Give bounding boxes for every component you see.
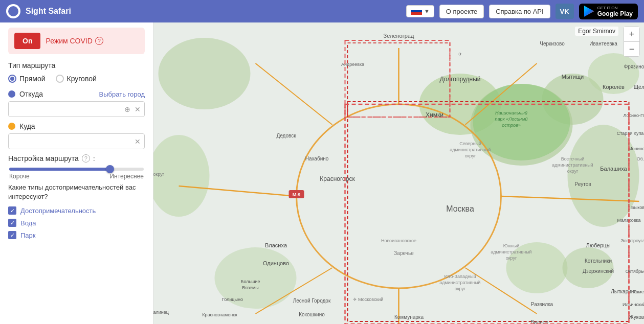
to-input-icons: ✕	[134, 136, 142, 147]
svg-text:Москва: Москва	[446, 204, 474, 213]
google-play-label-bottom: Google Play	[597, 10, 633, 17]
google-play-label-top: GET IT ON	[597, 6, 633, 10]
svg-text:Раменское: Раменское	[633, 289, 644, 294]
svg-text:Новоивановское: Новоивановское	[381, 238, 416, 243]
route-type-title: Тип маршрута	[8, 61, 145, 70]
poi-question: Какие типы достопримечательностей вас ин…	[8, 183, 145, 201]
svg-text:округ: округ	[567, 169, 579, 174]
covid-help-icon[interactable]: ?	[95, 37, 103, 45]
route-direct-radio[interactable]	[8, 75, 16, 83]
svg-text:парк «Лосиный: парк «Лосиный	[495, 117, 527, 122]
svg-text:Монино: Монино	[628, 146, 644, 151]
svg-text:административный: административный	[491, 249, 531, 254]
google-play-button[interactable]: GET IT ON Google Play	[579, 4, 638, 19]
to-input[interactable]	[8, 133, 145, 149]
vk-icon: VK	[560, 8, 569, 15]
svg-text:Дедовск: Дедовск	[276, 133, 296, 138]
svg-text:Балашиха: Балашиха	[600, 166, 627, 172]
settings-row: Настройка маршрута ? :	[8, 154, 145, 163]
svg-text:округ: округ	[506, 256, 517, 261]
clear-to-button[interactable]: ✕	[134, 136, 142, 147]
svg-text:Видное: Видное	[530, 319, 548, 324]
about-button[interactable]: О проекте	[439, 5, 484, 18]
app-header: Sight Safari ▼ О проекте Справка по API …	[0, 0, 644, 22]
svg-text:Краснознаменск: Краснознаменск	[202, 312, 237, 317]
route-circular-label: Круговой	[67, 75, 97, 83]
route-slider[interactable]: Короче Интереснее	[8, 168, 145, 180]
svg-text:Южный: Южный	[503, 243, 520, 248]
svg-point-10	[563, 247, 614, 288]
flag-icon	[411, 8, 422, 15]
svg-text:Дзержинский: Дзержинский	[583, 268, 614, 274]
google-play-icon	[584, 6, 594, 17]
svg-text:Химки: Химки	[426, 111, 443, 119]
map-user-label: Egor Smirnov	[575, 27, 618, 36]
zoom-out-button[interactable]: −	[624, 42, 639, 56]
from-label: Откуда	[19, 90, 45, 98]
svg-text:Котельники: Котельники	[585, 258, 612, 264]
svg-text:Юго-Западный: Юго-Западный	[444, 274, 476, 279]
svg-text:Щёлково: Щёлково	[634, 84, 644, 90]
svg-text:Малаховка: Малаховка	[617, 218, 640, 223]
language-selector[interactable]: ▼	[406, 5, 434, 17]
svg-text:административный: административный	[439, 280, 480, 285]
svg-text:Кокошкино: Кокошкино	[299, 312, 325, 317]
clear-from-button[interactable]: ✕	[134, 104, 142, 114]
svg-text:Одинцово: Одинцово	[263, 260, 289, 266]
settings-help-icon[interactable]: ?	[82, 154, 90, 163]
svg-text:Долгопрудный: Долгопрудный	[439, 76, 480, 83]
svg-text:Андреевка: Андреевка	[341, 62, 364, 67]
poi-checkbox-2[interactable]: ✓ Вода	[8, 219, 145, 227]
svg-text:Ивантеевка: Ивантеевка	[589, 41, 617, 47]
svg-text:округ: округ	[153, 172, 165, 177]
svg-text:Королёв: Королёв	[603, 84, 625, 90]
svg-text:М-9: М-9	[293, 192, 301, 197]
svg-text:Лосино-Петровский: Лосино-Петровский	[624, 113, 644, 118]
poi-checkbox-3-box[interactable]: ✓	[8, 231, 16, 239]
poi-checkbox-3-label: Парк	[20, 232, 36, 239]
from-icon	[8, 90, 15, 98]
to-input-wrap: ✕	[8, 133, 145, 149]
svg-text:Ильинский: Ильинский	[623, 302, 644, 307]
svg-text:Развилка: Развилка	[531, 302, 553, 307]
svg-text:Реутов: Реутов	[574, 181, 591, 187]
poi-checkbox-2-label: Вода	[20, 219, 36, 227]
svg-text:Жуковский: Жуковский	[629, 314, 644, 320]
svg-text:Голицыно: Голицыно	[222, 297, 243, 302]
covid-on-button[interactable]: On	[14, 33, 40, 49]
map-svg: Национальный парк «Лосиный остров» М-9 З…	[153, 22, 644, 324]
settings-colon: :	[93, 155, 95, 163]
svg-text:Электроугли: Электроугли	[620, 238, 644, 243]
poi-checkbox-2-box[interactable]: ✓	[8, 219, 16, 227]
poi-checkbox-1-box[interactable]: ✓	[8, 206, 16, 215]
poi-checkbox-1-label: Достопримечательность	[20, 207, 96, 215]
map-area[interactable]: Национальный парк «Лосиный остров» М-9 З…	[153, 22, 644, 324]
app-logo	[6, 4, 20, 18]
choose-city-link[interactable]: Выбрать город	[99, 90, 145, 98]
gps-icon-button[interactable]: ⊕	[123, 104, 131, 114]
svg-text:Об...: Об...	[637, 156, 644, 161]
slider-left-label: Короче	[9, 173, 30, 180]
svg-text:округ: округ	[465, 153, 476, 158]
svg-text:Быково: Быково	[631, 205, 644, 210]
poi-checkbox-1[interactable]: ✓ Достопримечательность	[8, 206, 145, 215]
zoom-in-button[interactable]: +	[624, 27, 639, 41]
route-circular-radio[interactable]	[56, 75, 64, 83]
route-circular-option[interactable]: Круговой	[56, 75, 97, 83]
svg-text:Старая Купавна: Старая Купавна	[617, 131, 644, 136]
from-input-wrap: ⊕ ✕	[8, 101, 145, 117]
svg-text:Фрязино: Фрязино	[624, 64, 644, 70]
from-row: Откуда Выбрать город	[8, 90, 145, 98]
settings-title: Настройка маршрута	[8, 154, 79, 163]
svg-text:Большие: Большие	[241, 279, 260, 284]
svg-text:административный: административный	[450, 147, 491, 152]
poi-checkbox-3[interactable]: ✓ Парк	[8, 231, 145, 239]
api-button[interactable]: Справка по API	[489, 5, 550, 18]
route-direct-option[interactable]: Прямой	[8, 75, 46, 83]
svg-text:Власиха: Власиха	[265, 242, 287, 248]
vk-button[interactable]: VK	[556, 4, 574, 19]
slider-fill	[9, 168, 110, 171]
main-content: On Режим COVID ? Тип маршрута Прямой Кру…	[0, 22, 644, 324]
slider-thumb[interactable]	[106, 165, 114, 173]
sidebar: On Режим COVID ? Тип маршрута Прямой Кру…	[0, 22, 153, 324]
